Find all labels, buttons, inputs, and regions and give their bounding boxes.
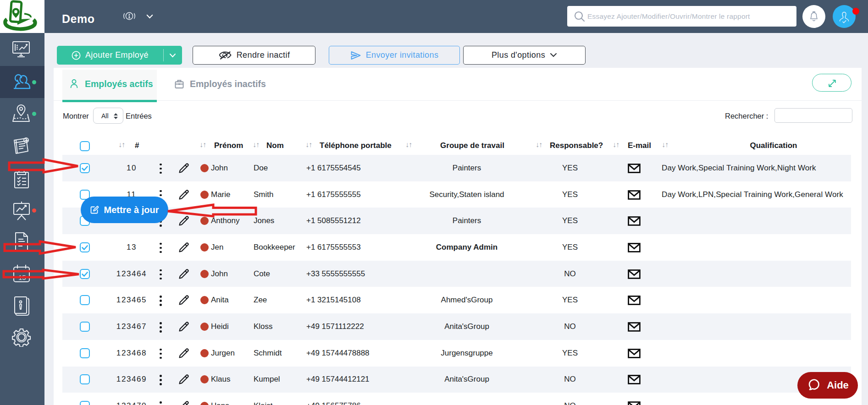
svg-text:15: 15	[18, 274, 26, 281]
